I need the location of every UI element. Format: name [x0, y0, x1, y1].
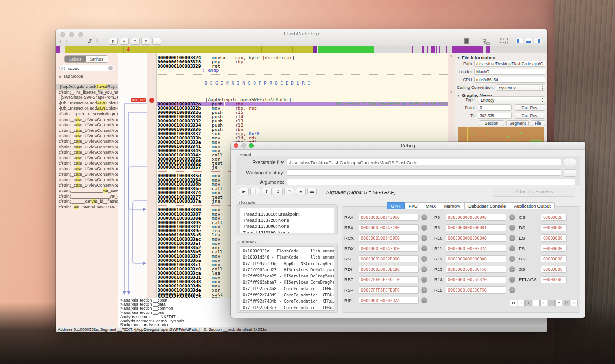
- disasm-line[interactable]: ================ B E G I N N I N G O F P…: [157, 81, 448, 85]
- nav-strip-segment[interactable]: [428, 46, 431, 53]
- thread-row[interactable]: Thread 1333610: Breakpoint: [240, 211, 334, 217]
- sidebar-item[interactable]: +[SWFShape SWFShapeFromDat...: [56, 95, 118, 101]
- to-cur-pos-button[interactable]: Cur. Pos.: [515, 113, 545, 119]
- nav-strip-segment[interactable]: [313, 46, 317, 53]
- section-button[interactable]: Section: [479, 120, 504, 126]
- flag-a-button[interactable]: A: [555, 300, 562, 306]
- calling-convention-select[interactable]: System V ▲▼: [496, 84, 545, 91]
- control-flow-graph-icon[interactable]: [483, 38, 490, 47]
- panel-toggle-left-icon[interactable]: [516, 38, 523, 43]
- main-titlebar[interactable]: FlashCode.hop ‹› ↺↻ DACPU if(b) f(x);: [56, 29, 547, 46]
- sidebar-item[interactable]: cfstring_case_UIViewContentMod...: [56, 139, 118, 145]
- tab-labels[interactable]: Labels: [65, 56, 86, 62]
- back-button[interactable]: ‹: [60, 38, 62, 44]
- loader-field[interactable]: [474, 69, 545, 75]
- callstack-row[interactable]: 0x10000332a - FlashCode lldb unname…: [240, 248, 334, 254]
- breakpoint-icon[interactable]: [149, 98, 154, 103]
- disasm-line[interactable]: 0000000100003329ret: [157, 64, 448, 68]
- register-value-ss[interactable]: [541, 266, 567, 273]
- register-value-gs[interactable]: [541, 255, 567, 262]
- search-input[interactable]: [67, 65, 110, 72]
- clear-search-icon[interactable]: ×: [108, 66, 113, 70]
- register-value-eflags[interactable]: [541, 276, 567, 283]
- flag-t-button[interactable]: T: [533, 300, 540, 306]
- sidebar-item[interactable]: cfstring__path__d_setWindingRul...: [56, 112, 118, 117]
- redo-button[interactable]: ↻: [95, 38, 100, 44]
- tag-scope-disclosure[interactable]: ▶Tag Scope: [59, 74, 83, 78]
- register-value-cs[interactable]: [541, 214, 567, 221]
- toggle-breakpoints-button[interactable]: ▬: [307, 188, 317, 195]
- collapse-icon[interactable]: ▼: [450, 91, 453, 94]
- browse-directory-button[interactable]: ...: [564, 169, 576, 177]
- goto-address-icon[interactable]: →: [509, 287, 515, 293]
- sidebar-item[interactable]: cfstring_case_UIViewContentMod...: [56, 133, 118, 139]
- executable-file-input[interactable]: [287, 159, 561, 165]
- register-value-rip[interactable]: [359, 297, 419, 304]
- nav-strip-segment[interactable]: [124, 46, 261, 53]
- path-field[interactable]: [474, 61, 545, 67]
- sidebar-item[interactable]: cfstring_case_UIViewContentMod...: [56, 150, 118, 156]
- callstack-row[interactable]: 0x7fff965acd23 - HIServices DoMultipar…: [240, 267, 334, 273]
- thread-row[interactable]: Thread 1333806: None: [240, 223, 334, 229]
- sidebar-item[interactable]: cfstring_case_UIViewContentMod...: [56, 166, 118, 172]
- callstack-row[interactable]: 0x7fff92a663c7 - CoreFoundation CFRu…: [240, 305, 334, 311]
- sidebar-item[interactable]: cfstring_case_UIViewContentMod...: [56, 156, 118, 161]
- attach-to-process-button[interactable]: Attach to Process: [493, 188, 575, 197]
- nav-strip-segment[interactable]: [413, 46, 422, 53]
- nav-strip-segment[interactable]: [374, 46, 412, 53]
- flag-d-button[interactable]: D: [518, 300, 525, 306]
- nav-strip-segment[interactable]: [262, 46, 292, 53]
- disasm-line[interactable]: [157, 85, 448, 89]
- undo-button[interactable]: ↺: [87, 38, 92, 44]
- callstack-row[interactable]: 0x7fff92a7484b - CoreFoundation CFRu…: [240, 298, 334, 304]
- panel-toggle-right-icon[interactable]: [534, 38, 541, 43]
- sidebar-item[interactable]: cfstring_case_UIViewContentMod...: [56, 128, 118, 134]
- callstack-row[interactable]: 0x7fff965abaa7 - HIServices CoreDragMe…: [240, 279, 334, 286]
- nav-strip-segment[interactable]: [490, 46, 547, 53]
- collapse-icon[interactable]: ▼: [450, 55, 453, 58]
- sidebar-item[interactable]: -[ObjCInstruction addSaveColorF...: [56, 106, 118, 112]
- step-out-button[interactable]: ↥: [273, 188, 283, 195]
- register-value-r15[interactable]: [446, 286, 506, 294]
- from-cur-pos-button[interactable]: Cur. Pos.: [515, 104, 545, 111]
- sidebar-item[interactable]: cfstring_________________var_ctx...: [56, 194, 118, 199]
- disasm-line[interactable]: [157, 93, 448, 97]
- sidebar-item[interactable]: cfstring_case_UIViewContentMod...: [56, 177, 118, 183]
- register-value-ds[interactable]: [541, 224, 567, 231]
- toolbar-button-a[interactable]: A: [120, 38, 129, 45]
- toolbar-button-u[interactable]: U: [152, 38, 161, 45]
- segment-button[interactable]: Segment: [506, 120, 529, 126]
- from-field[interactable]: [478, 104, 512, 111]
- disasm-line[interactable]: [157, 89, 448, 94]
- goto-address-icon[interactable]: →: [421, 297, 427, 303]
- stop-button[interactable]: ■: [296, 188, 306, 195]
- tab-strings[interactable]: Strings: [86, 56, 108, 62]
- sidebar-item[interactable]: cfstring_var_interval_new_Date__...: [56, 205, 118, 210]
- file-button[interactable]: File: [531, 120, 545, 126]
- sidebar-item[interactable]: cfstring_case_UIViewContentMod...: [56, 172, 118, 178]
- flag-i-button[interactable]: I: [525, 300, 532, 306]
- flag-s-button[interactable]: S: [540, 300, 547, 306]
- pseudocode-icon[interactable]: if(b) f(x);: [500, 38, 508, 44]
- callstack-row[interactable]: 0x10001d546 - FlashCode lldb unname…: [240, 254, 334, 260]
- flag-p-button[interactable]: P: [563, 300, 570, 306]
- toolbar-button-d[interactable]: D: [109, 38, 118, 45]
- callstack-row[interactable]: 0x7fff92aec4b8 - CoreFoundation CFMe…: [240, 286, 334, 292]
- sidebar-item[interactable]: cfstring_case_UIViewContentMod...: [56, 117, 118, 123]
- nav-strip-segment[interactable]: [452, 46, 483, 53]
- callstack-row[interactable]: 0x7fff9975f9dd - AppKit NSCoreDragRece…: [240, 261, 334, 267]
- disasm-line[interactable]: [157, 72, 448, 77]
- working-directory-input[interactable]: [287, 169, 561, 176]
- nav-strip-segment[interactable]: [56, 46, 60, 53]
- search-field[interactable]: ×: [59, 65, 114, 71]
- browse-executable-button[interactable]: ...: [564, 159, 576, 166]
- sidebar-item[interactable]: cfstring_The_license_file_you_hav...: [56, 90, 118, 95]
- callstack-row[interactable]: 0x7fff92a748d9 - CoreFoundation CFRU…: [240, 292, 334, 298]
- sidebar-item[interactable]: cfstring______________var_canvas...: [56, 188, 118, 194]
- sidebar-item[interactable]: cfstring_case_UIViewContentMod...: [56, 161, 118, 166]
- sidebar-item[interactable]: cfstring_case_UIViewContentMod...: [56, 122, 118, 128]
- flag-z-button[interactable]: Z: [548, 300, 555, 306]
- register-value-fs[interactable]: [541, 245, 567, 252]
- toolbar-button-p[interactable]: P: [141, 38, 150, 45]
- callstack-row[interactable]: 0x7fff965aca25 - HIServices DoDropMessag…: [240, 273, 334, 279]
